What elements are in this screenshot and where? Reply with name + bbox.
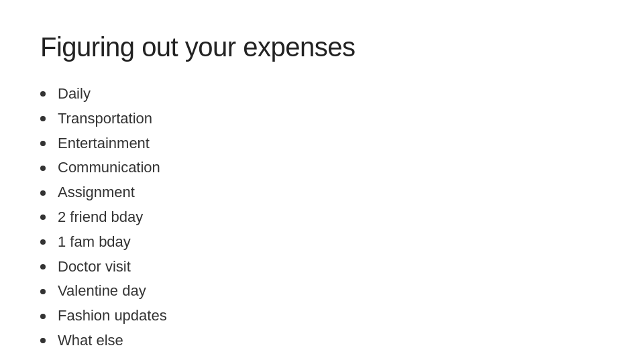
bullet-dot-icon bbox=[40, 166, 46, 171]
list-item-label: 1 fam bday bbox=[58, 232, 131, 253]
bullet-list: DailyTransportationEntertainmentCommunic… bbox=[40, 84, 604, 351]
list-item: 2 friend bday bbox=[40, 207, 604, 228]
bullet-dot-icon bbox=[40, 190, 46, 196]
list-item: Assignment bbox=[40, 182, 604, 203]
bullet-dot-icon bbox=[40, 289, 46, 294]
list-item-label: Daily bbox=[58, 84, 91, 105]
list-item: What else bbox=[40, 330, 604, 351]
bullet-dot-icon bbox=[40, 239, 46, 245]
list-item: Fashion updates bbox=[40, 306, 604, 326]
list-item-label: 2 friend bday bbox=[58, 207, 143, 228]
list-item: Entertainment bbox=[40, 133, 604, 154]
bullet-dot-icon bbox=[40, 264, 46, 269]
slide: Figuring out your expenses DailyTranspor… bbox=[0, 0, 644, 362]
list-item-label: Fashion updates bbox=[58, 306, 167, 326]
bullet-dot-icon bbox=[40, 314, 46, 319]
list-item-label: Valentine day bbox=[58, 281, 146, 302]
list-item-label: Assignment bbox=[58, 182, 135, 203]
list-item-label: Doctor visit bbox=[58, 257, 131, 278]
slide-title: Figuring out your expenses bbox=[40, 32, 604, 62]
list-item-label: What else bbox=[58, 330, 123, 351]
list-item: Daily bbox=[40, 84, 604, 105]
list-item: Transportation bbox=[40, 109, 604, 129]
list-item: Doctor visit bbox=[40, 257, 604, 278]
list-item: 1 fam bday bbox=[40, 232, 604, 253]
list-item-label: Transportation bbox=[58, 109, 152, 129]
list-item-label: Entertainment bbox=[58, 133, 150, 154]
list-item-label: Communication bbox=[58, 158, 160, 178]
bullet-dot-icon bbox=[40, 338, 46, 343]
bullet-dot-icon bbox=[40, 116, 46, 121]
bullet-dot-icon bbox=[40, 141, 46, 146]
list-item: Communication bbox=[40, 158, 604, 178]
bullet-dot-icon bbox=[40, 91, 46, 97]
list-item: Valentine day bbox=[40, 281, 604, 302]
bullet-dot-icon bbox=[40, 215, 46, 220]
